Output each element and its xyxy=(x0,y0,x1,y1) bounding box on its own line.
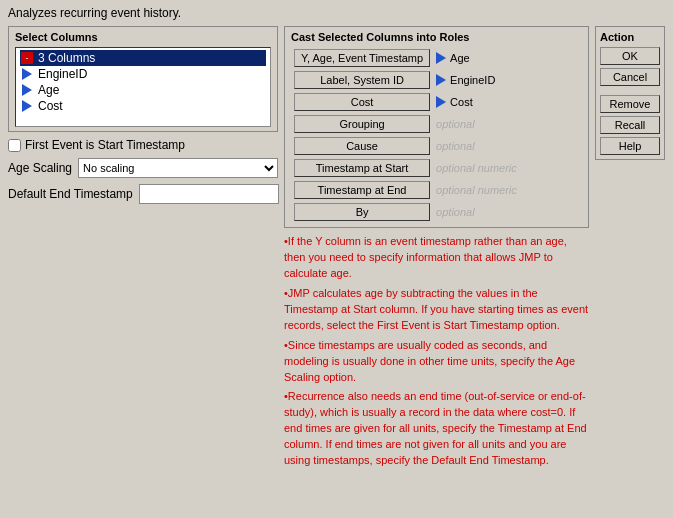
cast-optional-7: optional xyxy=(436,206,475,218)
middle-panel: Cast Selected Columns into Roles Y, Age,… xyxy=(284,26,589,512)
cast-row-2: Cost Cost xyxy=(291,91,582,113)
action-group: Action OK Cancel Remove Recall Help xyxy=(595,26,665,160)
cast-row-0: Y, Age, Event Timestamp Age xyxy=(291,47,582,69)
recall-button[interactable]: Recall xyxy=(600,116,660,134)
main-row: Select Columns - 3 Columns EngineID xyxy=(8,26,665,512)
cast-cell-btn-7: By xyxy=(291,201,433,223)
triangle-icon-1 xyxy=(436,74,446,86)
info-para-0: •If the Y column is an event timestamp r… xyxy=(284,234,589,282)
default-end-label: Default End Timestamp xyxy=(8,187,133,201)
cast-cell-val-4: optional xyxy=(433,135,582,157)
cast-value-2: Cost xyxy=(436,96,579,108)
cast-value-1: EngineID xyxy=(436,74,579,86)
cast-optional-5: optional numeric xyxy=(436,162,517,174)
cast-cell-val-1: EngineID xyxy=(433,69,582,91)
list-item[interactable]: Cost xyxy=(20,98,266,114)
cast-table: Y, Age, Event Timestamp Age xyxy=(291,47,582,223)
select-columns-group: Select Columns - 3 Columns EngineID xyxy=(8,26,278,132)
first-event-label: First Event is Start Timestamp xyxy=(25,138,185,152)
first-event-row: First Event is Start Timestamp xyxy=(8,138,278,152)
cast-cell-btn-4: Cause xyxy=(291,135,433,157)
triangle-blue xyxy=(22,84,32,96)
cast-row-4: Cause optional xyxy=(291,135,582,157)
cast-row-7: By optional xyxy=(291,201,582,223)
col-label-cost: Cost xyxy=(38,99,63,113)
cast-row-1: Label, System ID EngineID xyxy=(291,69,582,91)
triangle-icon-0 xyxy=(436,52,446,64)
cast-cell-val-3: optional xyxy=(433,113,582,135)
age-scaling-select[interactable]: No scaling Seconds Minutes Hours Days xyxy=(78,158,278,178)
action-title: Action xyxy=(600,31,660,43)
triangle-icon-cost xyxy=(20,99,34,113)
cast-cell-btn-1: Label, System ID xyxy=(291,69,433,91)
cast-box: Cast Selected Columns into Roles Y, Age,… xyxy=(284,26,589,228)
cast-val-label-1: EngineID xyxy=(450,74,495,86)
list-item[interactable]: EngineID xyxy=(20,66,266,82)
cast-cell-val-7: optional xyxy=(433,201,582,223)
ok-button[interactable]: OK xyxy=(600,47,660,65)
columns-summary-item[interactable]: - 3 Columns xyxy=(20,50,266,66)
help-button[interactable]: Help xyxy=(600,137,660,155)
cast-button-7[interactable]: By xyxy=(294,203,430,221)
cast-optional-4: optional xyxy=(436,140,475,152)
top-label: Analyzes recurring event history. xyxy=(8,6,665,20)
col-label-engineid: EngineID xyxy=(38,67,87,81)
columns-list: - 3 Columns EngineID Age xyxy=(15,47,271,127)
select-columns-title: Select Columns xyxy=(15,31,271,43)
default-end-row: Default End Timestamp xyxy=(8,184,278,204)
triangle-icon-engineid xyxy=(20,67,34,81)
age-scaling-label: Age Scaling xyxy=(8,161,72,175)
columns-summary-label: 3 Columns xyxy=(38,51,95,65)
cast-cell-val-5: optional numeric xyxy=(433,157,582,179)
info-section: •If the Y column is an event timestamp r… xyxy=(284,234,589,473)
cast-title: Cast Selected Columns into Roles xyxy=(291,31,582,43)
default-end-input[interactable] xyxy=(139,184,279,204)
col-label-age: Age xyxy=(38,83,59,97)
red-box-icon: - xyxy=(21,52,33,64)
info-para-2: •Since timestamps are usually coded as s… xyxy=(284,338,589,386)
cast-optional-3: optional xyxy=(436,118,475,130)
cast-button-3[interactable]: Grouping xyxy=(294,115,430,133)
triangle-blue xyxy=(22,100,32,112)
summary-icon: - xyxy=(20,51,34,65)
cancel-button[interactable]: Cancel xyxy=(600,68,660,86)
remove-button[interactable]: Remove xyxy=(600,95,660,113)
cast-value-0: Age xyxy=(436,52,579,64)
first-event-checkbox[interactable] xyxy=(8,139,21,152)
cast-button-6[interactable]: Timestamp at End xyxy=(294,181,430,199)
cast-optional-6: optional numeric xyxy=(436,184,517,196)
dialog: Analyzes recurring event history. Select… xyxy=(0,0,673,518)
triangle-icon-age xyxy=(20,83,34,97)
cast-row-5: Timestamp at Start optional numeric xyxy=(291,157,582,179)
cast-cell-val-6: optional numeric xyxy=(433,179,582,201)
info-para-1: •JMP calculates age by subtracting the v… xyxy=(284,286,589,334)
cast-cell-btn-5: Timestamp at Start xyxy=(291,157,433,179)
list-item[interactable]: Age xyxy=(20,82,266,98)
cast-button-5[interactable]: Timestamp at Start xyxy=(294,159,430,177)
cast-cell-btn-3: Grouping xyxy=(291,113,433,135)
info-para-3: •Recurrence also needs an end time (out-… xyxy=(284,389,589,469)
left-panel: Select Columns - 3 Columns EngineID xyxy=(8,26,278,512)
cast-row-6: Timestamp at End optional numeric xyxy=(291,179,582,201)
cast-val-label-0: Age xyxy=(450,52,470,64)
triangle-blue xyxy=(22,68,32,80)
cast-cell-btn-2: Cost xyxy=(291,91,433,113)
age-scaling-row: Age Scaling No scaling Seconds Minutes H… xyxy=(8,158,278,178)
triangle-icon-2 xyxy=(436,96,446,108)
cast-button-1[interactable]: Label, System ID xyxy=(294,71,430,89)
cast-button-4[interactable]: Cause xyxy=(294,137,430,155)
cast-cell-btn-0: Y, Age, Event Timestamp xyxy=(291,47,433,69)
cast-button-2[interactable]: Cost xyxy=(294,93,430,111)
cast-val-label-2: Cost xyxy=(450,96,473,108)
right-panel: Action OK Cancel Remove Recall Help xyxy=(595,26,665,512)
cast-cell-val-0: Age xyxy=(433,47,582,69)
cast-cell-btn-6: Timestamp at End xyxy=(291,179,433,201)
cast-cell-val-2: Cost xyxy=(433,91,582,113)
cast-button-0[interactable]: Y, Age, Event Timestamp xyxy=(294,49,430,67)
cast-row-3: Grouping optional xyxy=(291,113,582,135)
